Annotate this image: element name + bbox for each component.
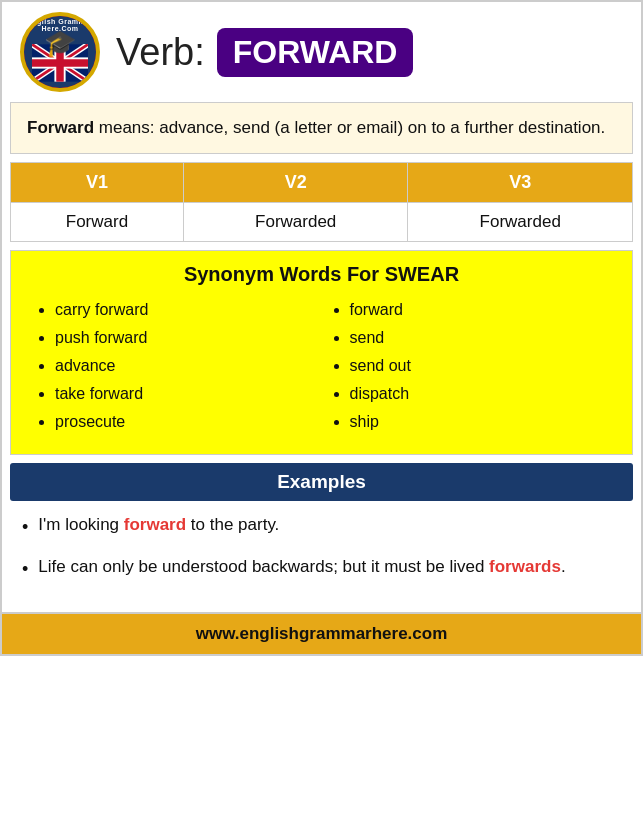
- col-header-v1: V1: [11, 162, 184, 202]
- header: English Grammar Here.Com 🎓 Verb: FORWARD: [2, 2, 641, 102]
- examples-header: Examples: [10, 463, 633, 501]
- synonym-item: take forward: [55, 382, 322, 406]
- col-header-v2: V2: [183, 162, 408, 202]
- synonym-item: push forward: [55, 326, 322, 350]
- definition-word: Forward: [27, 118, 94, 137]
- synonym-item: ship: [350, 410, 617, 434]
- highlight-forwards: forwards: [489, 557, 561, 576]
- logo: English Grammar Here.Com 🎓: [20, 12, 100, 92]
- synonym-title: Synonym Words For SWEAR: [27, 263, 616, 286]
- grad-cap-icon: 🎓: [44, 28, 76, 59]
- example-item-2: • Life can only be understood backwards;…: [22, 553, 621, 584]
- bullet-icon: •: [22, 555, 28, 584]
- synonym-col-right: forward send send out dispatch ship: [322, 298, 617, 438]
- footer-url: www.englishgrammarhere.com: [196, 624, 448, 643]
- synonym-item: send out: [350, 354, 617, 378]
- verb-v1: Forward: [11, 202, 184, 241]
- synonym-title-word: SWEAR: [385, 263, 459, 285]
- synonym-box: Synonym Words For SWEAR carry forward pu…: [10, 250, 633, 455]
- footer: www.englishgrammarhere.com: [2, 612, 641, 654]
- examples-section: • I'm looking forward to the party. • Li…: [2, 501, 641, 613]
- example-text-1: I'm looking forward to the party.: [38, 511, 621, 538]
- definition-text: means: advance, send (a letter or email)…: [94, 118, 605, 137]
- verb-label: Verb:: [116, 31, 205, 74]
- synonym-item: prosecute: [55, 410, 322, 434]
- header-title: Verb: FORWARD: [116, 28, 623, 77]
- synonym-col-left: carry forward push forward advance take …: [27, 298, 322, 438]
- definition-box: Forward means: advance, send (a letter o…: [10, 102, 633, 154]
- word-badge: FORWARD: [217, 28, 414, 77]
- page-wrapper: English Grammar Here.Com 🎓 Verb: FORWARD: [0, 0, 643, 656]
- verb-v2: Forwarded: [183, 202, 408, 241]
- example-text-2: Life can only be understood backwards; b…: [38, 553, 621, 580]
- svg-rect-8: [32, 59, 88, 66]
- synonym-title-prefix: Synonym Words For: [184, 263, 385, 285]
- col-header-v3: V3: [408, 162, 633, 202]
- example-item-1: • I'm looking forward to the party.: [22, 511, 621, 542]
- synonym-item: dispatch: [350, 382, 617, 406]
- synonym-item: forward: [350, 298, 617, 322]
- highlight-forward: forward: [124, 515, 186, 534]
- synonym-columns: carry forward push forward advance take …: [27, 298, 616, 438]
- verb-table: V1 V2 V3 Forward Forwarded Forwarded: [10, 162, 633, 242]
- bullet-icon: •: [22, 513, 28, 542]
- synonym-item: send: [350, 326, 617, 350]
- verb-v3: Forwarded: [408, 202, 633, 241]
- synonym-item: advance: [55, 354, 322, 378]
- synonym-item: carry forward: [55, 298, 322, 322]
